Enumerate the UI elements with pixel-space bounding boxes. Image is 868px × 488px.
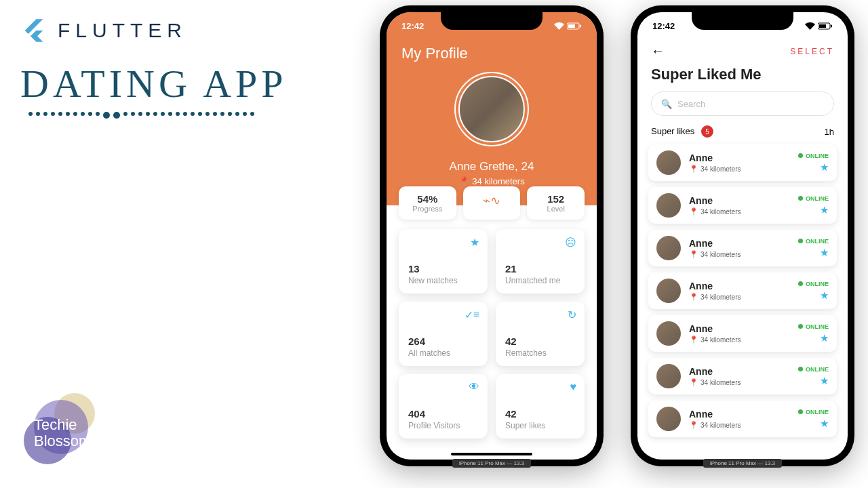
location-pin-icon: 📍	[689, 293, 698, 302]
pulse-icon: ⌁∿	[467, 193, 517, 208]
brand-logo: Techie Blossom	[20, 393, 102, 474]
title-text: DATING APP	[20, 61, 288, 106]
online-dot-icon	[798, 324, 803, 329]
search-placeholder: Search	[677, 99, 705, 109]
online-dot-icon	[798, 409, 803, 414]
home-indicator[interactable]	[451, 453, 532, 455]
user-avatar	[458, 76, 525, 142]
device-label: iPhone 11 Pro Max — 13.3	[703, 459, 782, 468]
tile-unmatched[interactable]: ☹21Unmatched me	[496, 229, 585, 293]
item-avatar	[656, 407, 681, 431]
eye-icon: 👁	[469, 381, 479, 393]
location-pin-icon: 📍	[689, 207, 698, 216]
device-label: iPhone 11 Pro Max — 13.3	[452, 459, 531, 468]
stat-pulse[interactable]: ⌁∿	[463, 186, 521, 220]
search-icon: 🔍	[661, 99, 672, 109]
tile-super-likes[interactable]: ♥42Super likes	[496, 374, 585, 439]
page-title: DATING APP	[20, 61, 288, 119]
profile-name: Anne Grethe, 24	[387, 160, 597, 174]
title-decoration	[20, 112, 288, 119]
online-dot-icon	[798, 281, 803, 286]
profile-distance: 📍 34 kilometers	[387, 176, 597, 186]
stat-progress[interactable]: 54% Progress	[399, 186, 456, 220]
meta-row: Super likes 5 1h	[637, 125, 848, 144]
list-item[interactable]: Anne📍34 kilometersONLINE★	[648, 144, 837, 181]
list-item[interactable]: Anne📍34 kilometersONLINE★	[648, 272, 837, 309]
star-icon[interactable]: ★	[820, 332, 829, 344]
item-avatar	[656, 150, 681, 175]
svg-rect-1	[568, 24, 575, 28]
location-pin-icon: 📍	[689, 336, 698, 344]
tiles-grid: ★13New matches ☹21Unmatched me ✓≡264All …	[387, 220, 597, 448]
super-likes-list: Anne📍34 kilometersONLINE★ Anne📍34 kilome…	[637, 144, 848, 437]
status-icons	[554, 22, 582, 30]
item-avatar	[656, 321, 681, 346]
back-button[interactable]: ←	[651, 43, 665, 59]
checklist-icon: ✓≡	[465, 308, 479, 321]
brand-text: Techie Blossom	[34, 417, 91, 449]
list-item[interactable]: Anne📍34 kilometersONLINE★	[648, 230, 837, 266]
item-avatar	[656, 236, 681, 260]
tile-new-matches[interactable]: ★13New matches	[399, 229, 488, 293]
device-notch	[441, 12, 542, 30]
location-pin-icon: 📍	[689, 421, 698, 430]
tile-visitors[interactable]: 👁404Profile Visitors	[399, 374, 488, 439]
star-icon[interactable]: ★	[820, 247, 829, 259]
status-time: 12:42	[401, 21, 424, 31]
heart-icon: ♥	[570, 381, 577, 393]
list-item[interactable]: Anne📍34 kilometersONLINE★	[648, 401, 837, 437]
svg-rect-2	[580, 24, 581, 27]
list-item[interactable]: Anne📍34 kilometersONLINE★	[648, 315, 837, 352]
page-header: FLUTTER	[20, 17, 187, 44]
item-avatar	[656, 279, 681, 303]
item-avatar	[656, 193, 681, 218]
star-icon[interactable]: ★	[820, 204, 829, 216]
tile-all-matches[interactable]: ✓≡264All matches	[399, 302, 488, 366]
meta-time: 1h	[825, 127, 834, 137]
location-pin-icon: 📍	[458, 176, 469, 186]
sad-icon: ☹	[565, 236, 576, 249]
online-dot-icon	[798, 239, 803, 243]
status-icons	[805, 22, 833, 30]
star-icon[interactable]: ★	[820, 289, 829, 302]
online-dot-icon	[798, 196, 803, 201]
svg-rect-5	[831, 24, 832, 27]
phone-mockup-superliked: 12:42 ← SELECT Super Liked Me 🔍 Search S…	[631, 5, 854, 466]
refresh-icon: ↻	[568, 308, 576, 321]
flutter-label: FLUTTER	[58, 19, 187, 42]
device-notch	[692, 12, 793, 30]
profile-title: My Profile	[401, 45, 468, 62]
item-avatar	[656, 364, 681, 388]
location-pin-icon: 📍	[689, 378, 698, 387]
star-icon: ★	[470, 236, 479, 249]
location-pin-icon: 📍	[689, 165, 698, 174]
page-title: Super Liked Me	[637, 59, 848, 92]
stats-row: 54% Progress ⌁∿ 152 Level	[387, 186, 597, 220]
phone-mockup-profile: 12:42 My Profile Anne Grethe, 24 📍 34 ki…	[380, 5, 604, 466]
select-button[interactable]: SELECT	[790, 47, 834, 56]
tile-rematches[interactable]: ↻42Rematches	[496, 302, 585, 366]
flutter-logo-icon	[20, 17, 47, 44]
online-dot-icon	[798, 367, 803, 371]
online-dot-icon	[798, 153, 803, 158]
avatar-ring[interactable]	[454, 72, 529, 146]
status-time: 12:42	[652, 21, 675, 31]
list-item[interactable]: Anne📍34 kilometersONLINE★	[648, 187, 837, 224]
profile-header: 12:42 My Profile Anne Grethe, 24 📍 34 ki…	[387, 12, 597, 205]
search-input[interactable]: 🔍 Search	[651, 92, 834, 116]
svg-rect-4	[819, 24, 826, 28]
star-icon[interactable]: ★	[820, 418, 829, 430]
count-badge: 5	[701, 125, 713, 138]
location-pin-icon: 📍	[689, 250, 698, 259]
stat-level[interactable]: 152 Level	[527, 186, 585, 220]
star-icon[interactable]: ★	[820, 375, 829, 387]
star-icon[interactable]: ★	[820, 161, 829, 174]
list-item[interactable]: Anne📍34 kilometersONLINE★	[648, 358, 837, 394]
